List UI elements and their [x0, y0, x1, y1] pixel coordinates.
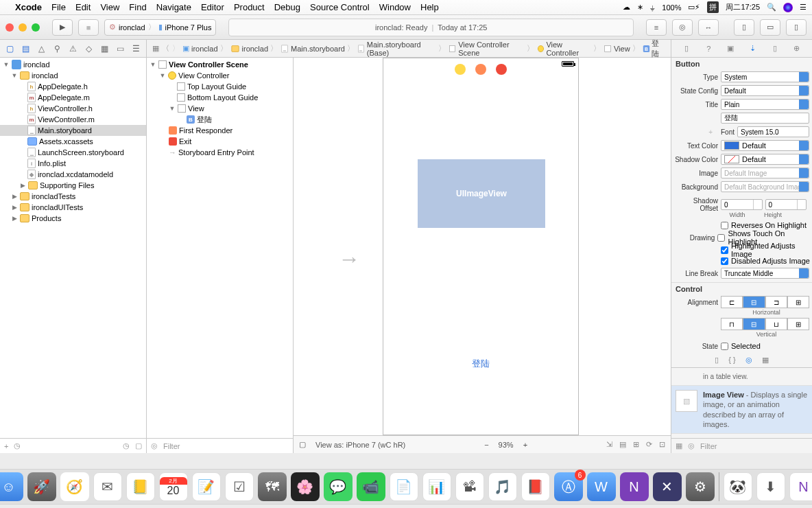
dock-vs[interactable]: ✕: [653, 472, 682, 501]
dock-safari[interactable]: 🧭: [60, 472, 89, 501]
dock-downloads[interactable]: ⬇: [756, 472, 785, 501]
nav-project-icon[interactable]: ▢: [5, 44, 15, 54]
chk-reverses[interactable]: [721, 222, 728, 229]
editor-assistant[interactable]: ◎: [672, 19, 693, 36]
crumb-1[interactable]: ironclad: [242, 45, 269, 53]
identity-inspector-icon[interactable]: ▣: [726, 44, 735, 54]
attributes-inspector-icon[interactable]: ⇣: [748, 44, 758, 54]
lib-objects-icon[interactable]: ◎: [745, 356, 752, 365]
siri-icon[interactable]: [783, 3, 793, 12]
dock-numbers[interactable]: 📊: [422, 472, 451, 501]
wifi-icon[interactable]: ⏚: [650, 3, 655, 12]
file-appdelegate-h[interactable]: hAppDelegate.h: [0, 81, 146, 92]
bluetooth-icon[interactable]: ∗: [637, 3, 643, 12]
group-ironclad[interactable]: ▼ironclad: [0, 70, 146, 81]
file-xcdatamodel[interactable]: ◆ironclad.xcdatamodeld: [0, 169, 146, 180]
zoom-in[interactable]: +: [523, 441, 527, 449]
fld-title[interactable]: Plain: [721, 99, 809, 110]
scene-row[interactable]: ▼View Controller Scene: [147, 59, 293, 70]
view-as-label[interactable]: View as: iPhone 7 (wC hR): [315, 441, 405, 449]
lib-filter-label[interactable]: Filter: [700, 442, 717, 450]
align-v-center[interactable]: ⊟: [743, 318, 765, 330]
back-button[interactable]: 〈: [162, 43, 169, 54]
dock-folder[interactable]: 🐼: [724, 472, 752, 501]
fld-title-text[interactable]: 登陆: [721, 113, 809, 124]
lib-file-templates-icon[interactable]: ▯: [715, 356, 719, 365]
bottom-guide-row[interactable]: Bottom Layout Guide: [147, 92, 293, 103]
menu-edit[interactable]: Edit: [75, 2, 91, 12]
dock-finder[interactable]: ☺: [0, 472, 23, 501]
first-responder-row[interactable]: First Responder: [147, 125, 293, 136]
outline-filter-icon[interactable]: ◎: [151, 441, 158, 450]
toggle-utilities[interactable]: ▯: [786, 19, 807, 36]
size-inspector-icon[interactable]: ▯: [770, 44, 780, 54]
lib-item-truncated[interactable]: in a table view.: [671, 368, 812, 386]
embed-icon[interactable]: ⇲: [606, 440, 612, 449]
exit-row[interactable]: Exit: [147, 136, 293, 147]
chk-selected[interactable]: [721, 343, 728, 350]
file-info-plist[interactable]: iInfo.plist: [0, 158, 146, 169]
crumb-2[interactable]: Main.storyboard: [291, 45, 345, 53]
group-products[interactable]: ▶Products: [0, 213, 146, 224]
lib-view-icon[interactable]: ▦: [676, 441, 682, 450]
help-inspector-icon[interactable]: ?: [704, 44, 713, 54]
outline-filter-label[interactable]: Filter: [163, 442, 180, 450]
align-h-right[interactable]: ⊐: [765, 296, 787, 308]
dock-appstore[interactable]: Ⓐ6: [554, 472, 583, 501]
align-h-left[interactable]: ⊏: [721, 296, 743, 308]
dock-preferences[interactable]: ⚙: [686, 472, 715, 501]
file-launchscreen[interactable]: ⎯LaunchScreen.storyboard: [0, 147, 146, 158]
crumb-0[interactable]: ironclad: [191, 45, 218, 53]
top-guide-row[interactable]: Top Layout Guide: [147, 81, 293, 92]
spotlight-icon[interactable]: 🔍: [767, 3, 776, 12]
resolve-icon[interactable]: ⟳: [646, 440, 652, 449]
device-frame[interactable]: UIImageView 登陆: [383, 58, 579, 435]
zoom-window[interactable]: [32, 23, 40, 32]
fld-shadow-w[interactable]: 0: [721, 199, 763, 210]
dock-photos[interactable]: 🌸: [291, 472, 320, 501]
align-h-center[interactable]: ⊟: [743, 296, 765, 308]
crumb-3[interactable]: Main.storyboard (Base): [367, 41, 437, 57]
nav-debug-icon[interactable]: ▦: [99, 44, 109, 54]
menu-window[interactable]: Window: [379, 2, 411, 12]
group-uitests[interactable]: ▶ironcladUITests: [0, 202, 146, 213]
pin-icon[interactable]: ⊞: [633, 440, 639, 449]
align-v-bottom[interactable]: ⊔: [765, 318, 787, 330]
nav-breakpoint-icon[interactable]: ▭: [115, 44, 125, 54]
view-row[interactable]: ▼View: [147, 103, 293, 114]
dock-reminders[interactable]: ☑: [225, 472, 254, 501]
canvas[interactable]: → UIImageView 登陆 ▢ View as: iPhone 7 (wC…: [294, 58, 671, 453]
toggle-navigator[interactable]: ▯: [734, 19, 754, 36]
related-items-icon[interactable]: ▦: [152, 44, 159, 53]
filter-recent-icon[interactable]: ◷: [14, 441, 21, 450]
fld-bg[interactable]: Default Background Image: [721, 181, 809, 192]
dock-word[interactable]: W: [587, 472, 616, 501]
editor-standard[interactable]: ≡: [646, 19, 667, 36]
menu-source-control[interactable]: Source Control: [310, 2, 370, 12]
notification-icon[interactable]: ☰: [800, 3, 807, 12]
connections-inspector-icon[interactable]: ⊕: [792, 44, 802, 54]
file-main-storyboard[interactable]: ⎯Main.storyboard: [0, 125, 146, 136]
fld-state[interactable]: Default: [721, 85, 809, 96]
align-icon[interactable]: ▤: [619, 440, 626, 449]
menu-find[interactable]: Find: [129, 2, 146, 12]
dock-contacts[interactable]: 📒: [126, 472, 155, 501]
scene-dock-vc[interactable]: [455, 64, 466, 75]
lib-filter-icon[interactable]: ◎: [688, 441, 695, 450]
group-supporting[interactable]: ▶Supporting Files: [0, 180, 146, 191]
menu-editor[interactable]: Editor: [201, 2, 224, 12]
file-inspector-icon[interactable]: ▯: [682, 44, 691, 54]
fld-shadowcolor[interactable]: Default: [721, 154, 809, 165]
toggle-outline-icon[interactable]: ▢: [299, 440, 306, 449]
lib-media-icon[interactable]: ▦: [762, 356, 769, 365]
cloud-icon[interactable]: ☁︎: [623, 3, 630, 12]
fld-textcolor[interactable]: Default: [721, 140, 809, 151]
project-root[interactable]: ▼ironclad: [0, 59, 146, 70]
fld-type[interactable]: System: [721, 71, 809, 82]
fld-font[interactable]: System 15.0: [737, 126, 809, 137]
resize-icon[interactable]: ⊡: [659, 440, 665, 449]
dock-pages[interactable]: 📄: [390, 472, 418, 501]
scheme-selector[interactable]: ⚙ironclad 〉 ▮iPhone 7 Plus: [104, 19, 216, 36]
lib-code-snippets-icon[interactable]: { }: [728, 356, 735, 365]
menu-view[interactable]: View: [100, 2, 119, 12]
